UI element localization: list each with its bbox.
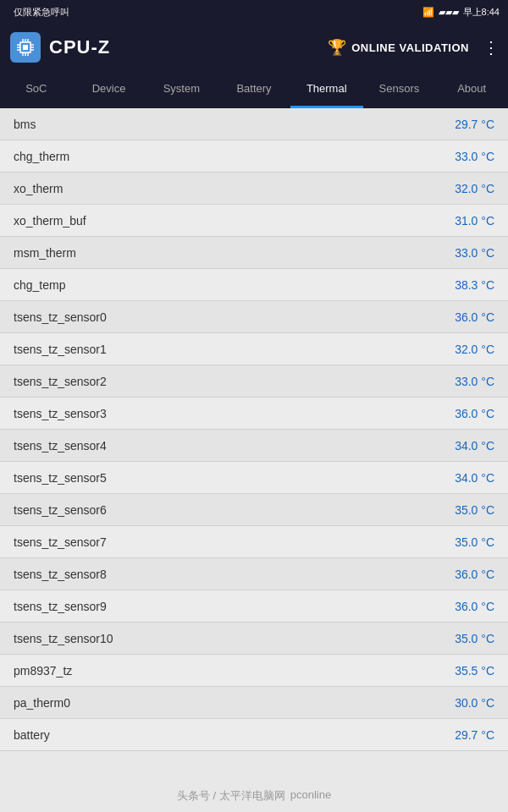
tab-bar: SoC Device System Battery Thermal Sensor… [0,71,508,108]
watermark-text: 头条号 / 太平洋电脑网 [177,788,285,804]
table-row: tsens_tz_sensor836.0 °C [0,558,508,590]
row-value: 29.7 °C [455,118,494,131]
more-options-icon[interactable]: ⋮ [483,37,498,58]
row-label: tsens_tz_sensor4 [14,439,455,453]
row-label: tsens_tz_sensor6 [14,503,455,517]
logo-container: CPU-Z [10,32,110,63]
app-title: CPU-Z [49,36,110,58]
row-value: 30.0 °C [455,696,494,710]
notification-text: 仅限紧急呼叫 [8,6,417,19]
row-label: tsens_tz_sensor3 [14,407,455,420]
table-row: tsens_tz_sensor936.0 °C [0,590,508,623]
table-row: bms29.7 °C [0,108,508,140]
watermark-brand: pconline [290,788,331,804]
row-value: 38.3 °C [455,278,494,292]
status-bar: 仅限紧急呼叫 📶 ▰▰▰ 早上8:44 [0,0,508,24]
table-row: xo_therm32.0 °C [0,173,508,205]
row-label: tsens_tz_sensor10 [14,632,455,645]
row-label: tsens_tz_sensor7 [14,535,455,549]
row-label: xo_therm [14,182,455,195]
table-row: xo_therm_buf31.0 °C [0,205,508,237]
row-label: chg_therm [14,150,455,163]
chip-icon [15,37,36,58]
row-label: tsens_tz_sensor1 [14,343,455,356]
table-row: pm8937_tz35.5 °C [0,655,508,687]
table-row: battery29.7 °C [0,719,508,751]
table-row: msm_therm33.0 °C [0,237,508,269]
row-value: 31.0 °C [455,214,494,228]
tab-soc[interactable]: SoC [0,71,73,108]
row-label: chg_temp [14,278,455,292]
row-label: tsens_tz_sensor0 [14,310,455,324]
row-value: 32.0 °C [455,343,494,356]
table-row: chg_therm33.0 °C [0,140,508,173]
row-value: 35.0 °C [455,632,494,645]
tab-thermal[interactable]: Thermal [290,71,363,108]
row-value: 36.0 °C [455,310,494,324]
tab-system[interactable]: System [145,71,218,108]
online-validation-button[interactable]: 🏆 ONLINE VALIDATION [328,38,469,57]
row-label: msm_therm [14,246,455,260]
table-row: tsens_tz_sensor336.0 °C [0,398,508,430]
table-row: pa_therm030.0 °C [0,687,508,719]
table-row: tsens_tz_sensor735.0 °C [0,526,508,558]
tab-sensors[interactable]: Sensors [363,71,436,108]
row-value: 33.0 °C [455,246,494,260]
row-value: 36.0 °C [455,600,494,613]
table-row: tsens_tz_sensor036.0 °C [0,301,508,333]
row-label: bms [14,118,455,131]
row-value: 33.0 °C [455,375,494,388]
status-icons: 📶 ▰▰▰ 早上8:44 [422,6,500,19]
row-value: 33.0 °C [455,150,494,163]
battery-icon: ▰▰▰ [439,7,459,18]
thermal-content: bms29.7 °Cchg_therm33.0 °Cxo_therm32.0 °… [0,108,508,761]
row-value: 35.0 °C [455,535,494,549]
row-label: pm8937_tz [14,664,455,678]
tab-battery[interactable]: Battery [218,71,290,108]
row-value: 36.0 °C [455,407,494,420]
table-row: tsens_tz_sensor534.0 °C [0,462,508,494]
row-value: 36.0 °C [455,568,494,581]
row-label: xo_therm_buf [14,214,455,228]
table-row: tsens_tz_sensor434.0 °C [0,430,508,462]
table-row: chg_temp38.3 °C [0,269,508,301]
row-value: 32.0 °C [455,182,494,195]
tab-about[interactable]: About [435,71,508,108]
row-label: tsens_tz_sensor8 [14,568,455,581]
row-value: 34.0 °C [455,439,494,453]
table-row: tsens_tz_sensor132.0 °C [0,333,508,365]
row-value: 35.5 °C [455,664,494,678]
row-value: 34.0 °C [455,471,494,485]
row-value: 29.7 °C [455,728,494,742]
app-header: CPU-Z 🏆 ONLINE VALIDATION ⋮ [0,24,508,71]
table-row: tsens_tz_sensor635.0 °C [0,494,508,526]
wifi-icon: 📶 [422,7,434,18]
row-label: pa_therm0 [14,696,455,710]
table-row: tsens_tz_sensor233.0 °C [0,365,508,398]
trophy-icon: 🏆 [328,38,347,57]
row-label: tsens_tz_sensor2 [14,375,455,388]
app-logo-icon [10,32,41,63]
watermark: 头条号 / 太平洋电脑网 pconline [0,788,508,804]
row-value: 35.0 °C [455,503,494,517]
table-row: tsens_tz_sensor1035.0 °C [0,623,508,655]
row-label: battery [14,728,455,742]
row-label: tsens_tz_sensor5 [14,471,455,485]
tab-device[interactable]: Device [73,71,146,108]
svg-rect-1 [23,45,28,50]
online-validation-label: ONLINE VALIDATION [351,41,469,54]
time-display: 早上8:44 [463,6,500,19]
row-label: tsens_tz_sensor9 [14,600,455,613]
